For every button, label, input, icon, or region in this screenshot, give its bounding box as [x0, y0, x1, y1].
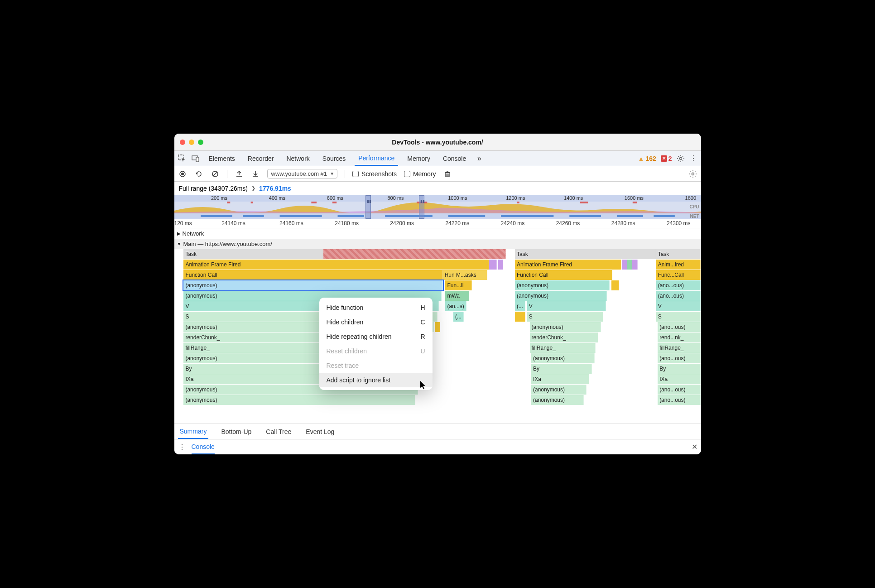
- flame-paren[interactable]: (...: [515, 301, 525, 311]
- close-window-button[interactable]: [180, 140, 185, 145]
- flame-anon[interactable]: (ano...ous): [656, 291, 701, 301]
- flame-seg[interactable]: [489, 260, 497, 270]
- breadcrumb-current[interactable]: 1776.91ms: [259, 185, 291, 192]
- errors-badge[interactable]: ✕2: [661, 155, 672, 162]
- flame-task[interactable]: Task: [515, 249, 656, 259]
- flame-anon[interactable]: (anonymous): [531, 353, 595, 363]
- flame-v[interactable]: V: [527, 301, 606, 311]
- breadcrumb-full-range[interactable]: Full range (34307.26ms): [179, 185, 248, 192]
- tab-network[interactable]: Network: [283, 151, 313, 166]
- flame-anon[interactable]: (ano...ous): [656, 280, 701, 290]
- record-button[interactable]: [178, 169, 187, 178]
- flame-mwa[interactable]: mWa: [445, 291, 469, 301]
- context-add-ignore-list[interactable]: Add script to ignore list: [319, 373, 433, 387]
- flame-s[interactable]: S: [656, 312, 701, 322]
- drawer-kebab-icon[interactable]: ⋮: [178, 443, 186, 451]
- overview-handle-left[interactable]: ▮▮: [365, 195, 371, 219]
- context-hide-children[interactable]: Hide childrenC: [319, 315, 433, 329]
- capture-settings-icon[interactable]: [688, 169, 697, 178]
- flame-anon[interactable]: (anonymous): [515, 280, 610, 290]
- flame-ans[interactable]: (an...s): [445, 301, 466, 311]
- flame-seg[interactable]: [627, 260, 633, 270]
- flame-anim[interactable]: Animation Frame Fired: [183, 260, 489, 270]
- flame-fill[interactable]: fillRange_: [658, 343, 701, 353]
- maximize-window-button[interactable]: [198, 140, 203, 145]
- flame-func[interactable]: Func...Call: [656, 270, 701, 280]
- kebab-menu-icon[interactable]: ⋮: [689, 154, 697, 163]
- tab-elements[interactable]: Elements: [205, 151, 239, 166]
- flame-seg[interactable]: [515, 312, 525, 322]
- download-button[interactable]: [251, 169, 260, 178]
- flame-fill[interactable]: fillRange_: [530, 343, 596, 353]
- bottom-tab-calltree[interactable]: Call Tree: [264, 424, 293, 439]
- flame-run[interactable]: Run M...asks: [443, 270, 488, 280]
- network-track-header[interactable]: ▶Network: [174, 228, 701, 239]
- flame-anon[interactable]: (ano...ous): [658, 353, 701, 363]
- tab-memory[interactable]: Memory: [404, 151, 434, 166]
- memory-checkbox[interactable]: Memory: [404, 170, 436, 178]
- overview-pane[interactable]: 200 ms 400 ms 600 ms 800 ms 1000 ms 1200…: [174, 195, 701, 219]
- flame-func[interactable]: Function Call: [183, 270, 442, 280]
- flame-anim[interactable]: Animation Frame Fired: [515, 260, 621, 270]
- flame-by[interactable]: By: [658, 364, 701, 374]
- settings-icon[interactable]: [677, 154, 685, 163]
- flame-task[interactable]: Task: [656, 249, 701, 259]
- flame-task-long[interactable]: [323, 249, 506, 259]
- bottom-tab-eventlog[interactable]: Event Log: [304, 424, 336, 439]
- console-drawer-tab[interactable]: Console: [192, 439, 215, 454]
- flame-render[interactable]: renderChunk_: [530, 333, 598, 342]
- flame-ixa[interactable]: IXa: [658, 374, 701, 384]
- flame-seg[interactable]: [498, 260, 504, 270]
- flame-anon[interactable]: (anonymous): [515, 291, 607, 301]
- flame-anon[interactable]: (anonymous): [530, 322, 601, 332]
- svg-point-5: [181, 173, 184, 175]
- flame-anim[interactable]: Anim...ired: [656, 260, 701, 270]
- bottom-tab-bottomup[interactable]: Bottom-Up: [219, 424, 253, 439]
- flame-anon[interactable]: (ano...ous): [658, 385, 701, 395]
- flame-render[interactable]: rend...nk_: [658, 333, 701, 342]
- flame-anon[interactable]: (anonymous): [531, 395, 584, 405]
- bottom-tab-summary[interactable]: Summary: [178, 424, 209, 439]
- more-tabs-icon[interactable]: »: [475, 154, 483, 163]
- flame-seg[interactable]: [611, 280, 619, 290]
- minimize-window-button[interactable]: [189, 140, 194, 145]
- flame-anon[interactable]: (ano...ous): [658, 322, 701, 332]
- flame-task[interactable]: Task: [183, 249, 323, 259]
- garbage-collect-button[interactable]: [443, 169, 452, 178]
- screenshots-checkbox[interactable]: Screenshots: [352, 170, 397, 178]
- flame-paren[interactable]: (...: [453, 312, 464, 322]
- context-hide-repeating[interactable]: Hide repeating childrenR: [319, 329, 433, 344]
- main-track-header[interactable]: ▼Main — https://www.youtube.com/: [174, 239, 701, 249]
- inspect-element-icon[interactable]: [178, 154, 186, 163]
- flame-s[interactable]: S: [527, 312, 604, 322]
- tab-recorder[interactable]: Recorder: [244, 151, 278, 166]
- context-hide-function[interactable]: Hide functionH: [319, 300, 433, 315]
- flame-ixa[interactable]: IXa: [531, 374, 589, 384]
- flame-fun[interactable]: Fun...ll: [445, 280, 471, 290]
- flame-anon[interactable]: (anonymous): [183, 395, 415, 405]
- flame-anon-selected[interactable]: (anonymous): [183, 280, 442, 290]
- main-tabbar: Elements Recorder Network Sources Perfor…: [174, 151, 701, 166]
- flame-seg[interactable]: [622, 260, 627, 270]
- flame-anon[interactable]: (ano...ous): [658, 395, 701, 405]
- warnings-badge[interactable]: ▲162: [638, 155, 656, 162]
- flame-seg[interactable]: [632, 260, 638, 270]
- flame-v[interactable]: V: [656, 301, 701, 311]
- timeline-ruler[interactable]: 120 ms 24140 ms 24160 ms 24180 ms 24200 …: [174, 219, 701, 228]
- flame-chart-area[interactable]: ▶Network ▼Main — https://www.youtube.com…: [174, 228, 701, 424]
- device-toggle-icon[interactable]: [192, 154, 200, 163]
- recording-selector[interactable]: www.youtube.com #1▼: [267, 169, 338, 178]
- flame-seg[interactable]: [435, 322, 440, 332]
- ruler-tick: 120 ms: [174, 220, 192, 227]
- flame-func[interactable]: Function Call: [515, 270, 612, 280]
- upload-button[interactable]: [235, 169, 244, 178]
- overview-handle-right[interactable]: ▮▮: [419, 195, 424, 219]
- flame-anon[interactable]: (anonymous): [531, 385, 587, 395]
- clear-button[interactable]: [211, 169, 220, 178]
- tab-sources[interactable]: Sources: [319, 151, 349, 166]
- close-drawer-icon[interactable]: ✕: [692, 443, 697, 451]
- tab-performance[interactable]: Performance: [355, 151, 398, 166]
- flame-by[interactable]: By: [531, 364, 592, 374]
- reload-record-button[interactable]: [194, 169, 203, 178]
- tab-console[interactable]: Console: [439, 151, 470, 166]
